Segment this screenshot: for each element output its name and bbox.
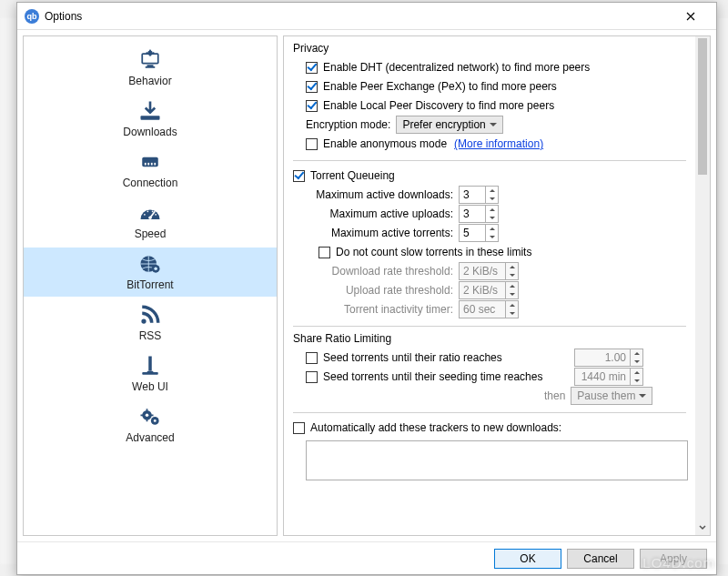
connection-icon <box>136 149 165 175</box>
seed-ratio-spin <box>574 349 643 367</box>
svg-point-27 <box>146 414 149 418</box>
downloads-icon <box>136 98 165 124</box>
svg-rect-11 <box>147 163 149 166</box>
category-sidebar: Behavior Downloads Connection Speed <box>23 35 278 536</box>
enable-pex-label: Enable Peer Exchange (PeX) to find more … <box>323 80 557 93</box>
section-divider <box>293 412 686 413</box>
window-title: Options <box>45 10 672 23</box>
inactivity-timer-spin <box>459 300 519 318</box>
titlebar: qb Options <box>17 3 716 30</box>
svg-point-29 <box>154 419 157 422</box>
max-active-torrents-spin[interactable] <box>459 224 499 242</box>
anonymous-mode-label: Enable anonymous mode <box>323 137 447 150</box>
sidebar-item-rss[interactable]: RSS <box>24 298 277 348</box>
section-divider <box>293 326 686 327</box>
sidebar-item-behavior[interactable]: Behavior <box>24 44 277 93</box>
close-button[interactable] <box>672 4 709 29</box>
scrollbar-thumb[interactable] <box>698 38 707 175</box>
sidebar-item-bittorrent[interactable]: BitTorrent <box>24 248 277 297</box>
bittorrent-icon <box>136 251 165 277</box>
scroll-down-icon[interactable] <box>695 520 710 535</box>
torrent-queueing-checkbox[interactable] <box>293 170 305 182</box>
app-logo-icon: qb <box>25 9 39 24</box>
seed-ratio-checkbox[interactable] <box>306 352 318 364</box>
sidebar-item-webui[interactable]: Web UI <box>24 349 277 399</box>
svg-rect-5 <box>149 55 151 56</box>
sidebar-item-advanced[interactable]: Advanced <box>24 400 277 450</box>
seed-time-checkbox[interactable] <box>306 371 318 383</box>
sidebar-item-label: BitTorrent <box>126 278 173 291</box>
enable-dht-label: Enable DHT (decentralized network) to fi… <box>323 61 590 74</box>
max-active-downloads-label: Maximum active downloads: <box>306 188 459 201</box>
ok-button[interactable]: OK <box>494 549 561 569</box>
sidebar-item-label: RSS <box>139 329 162 342</box>
apply-button[interactable]: Apply <box>640 549 707 569</box>
svg-rect-12 <box>151 163 153 166</box>
enable-dht-checkbox[interactable] <box>306 62 318 74</box>
seed-time-spin <box>574 368 643 386</box>
svg-rect-7 <box>153 52 155 54</box>
seed-ratio-label: Seed torrents until their ratio reaches <box>323 351 574 364</box>
svg-rect-23 <box>148 357 152 371</box>
svg-point-18 <box>155 214 157 216</box>
section-divider <box>293 160 686 161</box>
svg-point-21 <box>154 268 157 271</box>
encryption-mode-label: Encryption mode: <box>306 118 390 131</box>
dl-rate-threshold-spin <box>459 262 519 280</box>
encryption-mode-select[interactable]: Prefer encryption <box>396 116 502 134</box>
trackers-textarea[interactable] <box>306 440 688 480</box>
anonymous-mode-checkbox[interactable] <box>306 138 318 150</box>
torrent-queueing-title: Torrent Queueing <box>310 169 395 182</box>
ignore-slow-torrents-checkbox[interactable] <box>318 247 330 258</box>
ignore-slow-torrents-label: Do not count slow torrents in these limi… <box>336 246 531 258</box>
advanced-icon <box>136 404 165 429</box>
max-active-downloads-spin[interactable] <box>459 186 499 204</box>
then-label: then <box>544 389 565 402</box>
sidebar-item-label: Connection <box>123 177 178 189</box>
svg-rect-13 <box>154 163 156 166</box>
cancel-button[interactable]: Cancel <box>567 549 634 569</box>
svg-rect-6 <box>147 52 148 54</box>
rss-icon <box>136 302 165 328</box>
auto-add-trackers-checkbox[interactable] <box>293 422 305 434</box>
background-obscured-left <box>0 18 16 564</box>
enable-lpd-checkbox[interactable] <box>306 100 318 112</box>
sidebar-item-downloads[interactable]: Downloads <box>24 95 277 144</box>
background-obscured-right <box>719 18 728 564</box>
settings-panel: Privacy Enable DHT (decentralized networ… <box>283 35 711 536</box>
svg-rect-8 <box>141 116 160 119</box>
webui-icon <box>136 353 165 379</box>
max-active-torrents-label: Maximum active torrents: <box>306 227 459 239</box>
svg-rect-2 <box>146 66 156 68</box>
svg-point-16 <box>147 210 149 212</box>
dialog-footer: OK Cancel Apply <box>17 541 716 574</box>
svg-point-17 <box>152 210 154 212</box>
privacy-section-title: Privacy <box>293 42 686 55</box>
enable-pex-checkbox[interactable] <box>306 81 318 93</box>
svg-rect-10 <box>145 163 147 166</box>
sidebar-item-label: Speed <box>135 227 167 240</box>
inactivity-timer-label: Torrent inactivity timer: <box>306 303 459 316</box>
more-information-link[interactable]: (More information) <box>454 137 543 150</box>
svg-rect-4 <box>149 50 151 52</box>
sidebar-item-connection[interactable]: Connection <box>24 146 277 195</box>
sidebar-item-label: Advanced <box>126 431 174 444</box>
svg-point-22 <box>141 318 146 323</box>
svg-point-15 <box>144 214 146 216</box>
options-dialog: qb Options Behavior Downloads <box>16 2 717 575</box>
share-ratio-title: Share Ratio Limiting <box>293 332 686 345</box>
seed-time-label: Seed torrents until their seeding time r… <box>323 370 574 383</box>
behavior-icon <box>136 47 165 73</box>
speed-icon <box>136 200 165 226</box>
sidebar-item-label: Downloads <box>123 126 177 138</box>
close-icon <box>686 12 695 21</box>
vertical-scrollbar[interactable] <box>695 36 710 535</box>
svg-point-25 <box>147 370 154 374</box>
dl-rate-threshold-label: Download rate threshold: <box>306 265 459 278</box>
svg-rect-9 <box>142 157 158 167</box>
max-active-uploads-spin[interactable] <box>459 205 499 223</box>
then-action-select: Pause them <box>571 387 652 405</box>
ul-rate-threshold-spin <box>459 281 519 299</box>
max-active-uploads-label: Maximum active uploads: <box>306 207 459 220</box>
sidebar-item-speed[interactable]: Speed <box>24 197 277 246</box>
